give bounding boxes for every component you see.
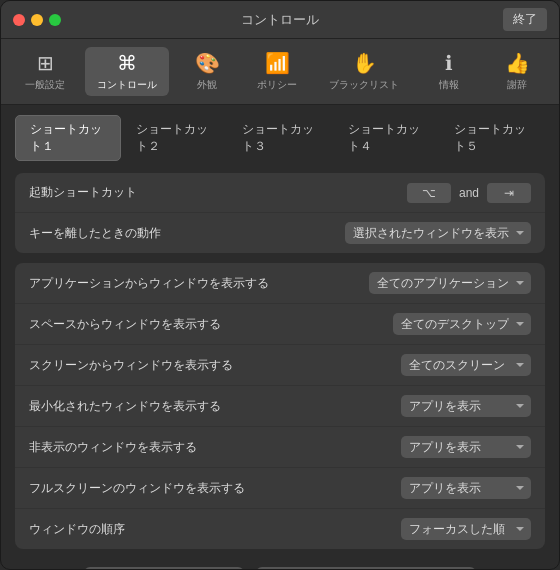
minimized-windows-dropdown[interactable]: アプリを表示 (401, 395, 531, 417)
minimize-button[interactable] (31, 14, 43, 26)
fullscreen-windows-row: フルスクリーンのウィンドウを表示する アプリを表示 (15, 468, 545, 509)
fullscreen-windows-dropdown[interactable]: アプリを表示 (401, 477, 531, 499)
toolbar-label-appearance: 外観 (197, 78, 217, 92)
tab-shortcut4[interactable]: ショートカット４ (333, 115, 439, 161)
screen-windows-row: スクリーンからウィンドウを表示する 全てのスクリーン (15, 345, 545, 386)
main-window: コントロール 終了 ⊞ 一般設定 ⌘ コントロール 🎨 外観 📶 ポリシー ✋ … (0, 0, 560, 570)
toolbar: ⊞ 一般設定 ⌘ コントロール 🎨 外観 📶 ポリシー ✋ ブラックリスト ℹ … (1, 39, 559, 105)
toolbar-label-blacklist: ブラックリスト (329, 78, 399, 92)
key-release-control: 選択されたウィンドウを表示 (345, 222, 531, 244)
space-windows-label: スペースからウィンドウを表示する (29, 316, 221, 333)
toolbar-label-info: 情報 (439, 78, 459, 92)
quit-button[interactable]: 終了 (503, 8, 547, 31)
app-windows-label: アプリケーションからウィンドウを表示する (29, 275, 269, 292)
app-windows-dropdown[interactable]: 全てのアプリケーション (369, 272, 531, 294)
tab-bar: ショートカット１ ショートカット２ ショートカット３ ショートカット４ ショート… (15, 115, 545, 161)
bottom-buttons: 追加のコントロール… アクティブ時のショートカット… (15, 559, 545, 570)
tab-shortcut1[interactable]: ショートカット１ (15, 115, 121, 161)
toolbar-label-thanks: 謝辞 (507, 78, 527, 92)
settings-section: アプリケーションからウィンドウを表示する 全てのアプリケーション スペースからウ… (15, 263, 545, 549)
screen-windows-dropdown[interactable]: 全てのスクリーン (401, 354, 531, 376)
titlebar: コントロール 終了 (1, 1, 559, 39)
toolbar-item-info[interactable]: ℹ 情報 (419, 47, 479, 96)
app-windows-row: アプリケーションからウィンドウを表示する 全てのアプリケーション (15, 263, 545, 304)
toolbar-item-control[interactable]: ⌘ コントロール (85, 47, 169, 96)
tab-shortcut3[interactable]: ショートカット３ (227, 115, 333, 161)
key-release-dropdown[interactable]: 選択されたウィンドウを表示 (345, 222, 531, 244)
hidden-windows-label: 非表示のウィンドウを表示する (29, 439, 197, 456)
minimized-windows-row: 最小化されたウィンドウを表示する アプリを表示 (15, 386, 545, 427)
minimized-windows-label: 最小化されたウィンドウを表示する (29, 398, 221, 415)
window-order-dropdown[interactable]: フォーカスした順 (401, 518, 531, 540)
policy-icon: 📶 (265, 51, 290, 75)
key2-display: ⇥ (487, 183, 531, 203)
hidden-windows-row: 非表示のウィンドウを表示する アプリを表示 (15, 427, 545, 468)
toolbar-item-general[interactable]: ⊞ 一般設定 (13, 47, 77, 96)
toolbar-label-control: コントロール (97, 78, 157, 92)
launch-shortcut-row: 起動ショートカット ⌥ and ⇥ (15, 173, 545, 213)
space-windows-row: スペースからウィンドウを表示する 全てのデスクトップ (15, 304, 545, 345)
and-text: and (459, 186, 479, 200)
appearance-icon: 🎨 (195, 51, 220, 75)
info-icon: ℹ (445, 51, 453, 75)
window-title: コントロール (241, 11, 319, 29)
toolbar-label-policy: ポリシー (257, 78, 297, 92)
thanks-icon: 👍 (505, 51, 530, 75)
screen-windows-label: スクリーンからウィンドウを表示する (29, 357, 233, 374)
window-controls (13, 14, 61, 26)
maximize-button[interactable] (49, 14, 61, 26)
close-button[interactable] (13, 14, 25, 26)
space-windows-dropdown[interactable]: 全てのデスクトップ (393, 313, 531, 335)
tab-shortcut2[interactable]: ショートカット２ (121, 115, 227, 161)
general-icon: ⊞ (37, 51, 54, 75)
window-order-label: ウィンドウの順序 (29, 521, 125, 538)
toolbar-item-thanks[interactable]: 👍 謝辞 (487, 47, 547, 96)
hidden-windows-dropdown[interactable]: アプリを表示 (401, 436, 531, 458)
launch-shortcut-label: 起動ショートカット (29, 184, 137, 201)
key-release-label: キーを離したときの動作 (29, 225, 161, 242)
window-order-row: ウィンドウの順序 フォーカスした順 (15, 509, 545, 549)
key1-display: ⌥ (407, 183, 451, 203)
fullscreen-windows-label: フルスクリーンのウィンドウを表示する (29, 480, 245, 497)
tab-shortcut5[interactable]: ショートカット５ (439, 115, 545, 161)
key-release-row: キーを離したときの動作 選択されたウィンドウを表示 (15, 213, 545, 253)
blacklist-icon: ✋ (352, 51, 377, 75)
toolbar-label-general: 一般設定 (25, 78, 65, 92)
shortcut-section: 起動ショートカット ⌥ and ⇥ キーを離したときの動作 選択されたウィンドウ… (15, 173, 545, 253)
launch-shortcut-control: ⌥ and ⇥ (407, 183, 531, 203)
toolbar-item-appearance[interactable]: 🎨 外観 (177, 47, 237, 96)
control-icon: ⌘ (117, 51, 137, 75)
toolbar-item-blacklist[interactable]: ✋ ブラックリスト (317, 47, 411, 96)
content-area: ショートカット１ ショートカット２ ショートカット３ ショートカット４ ショート… (1, 105, 559, 570)
toolbar-item-policy[interactable]: 📶 ポリシー (245, 47, 309, 96)
